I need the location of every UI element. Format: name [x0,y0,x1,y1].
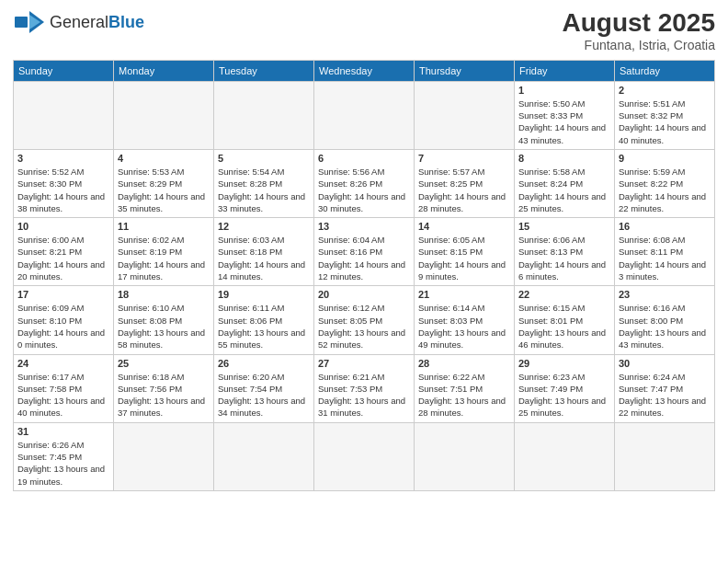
day-info: Sunrise: 6:05 AMSunset: 8:15 PMDaylight:… [418,234,510,282]
day-info: Sunrise: 6:23 AMSunset: 7:49 PMDaylight:… [518,371,610,419]
day-number: 27 [318,358,410,369]
calendar-cell: 24Sunrise: 6:17 AMSunset: 7:58 PMDayligh… [14,354,114,422]
calendar-cell [114,81,214,149]
day-info: Sunrise: 6:15 AMSunset: 8:01 PMDaylight:… [518,302,610,350]
calendar-cell: 8Sunrise: 5:58 AMSunset: 8:24 PMDaylight… [515,149,615,217]
day-info: Sunrise: 5:56 AMSunset: 8:26 PMDaylight:… [318,166,410,214]
day-info: Sunrise: 6:12 AMSunset: 8:05 PMDaylight:… [318,302,410,350]
day-info: Sunrise: 6:16 AMSunset: 8:00 PMDaylight:… [619,302,711,350]
day-header-saturday: Saturday [615,60,715,81]
calendar-cell [114,422,214,490]
day-number: 23 [619,289,711,300]
day-number: 14 [418,221,510,232]
day-number: 11 [118,221,210,232]
day-info: Sunrise: 6:06 AMSunset: 8:13 PMDaylight:… [518,234,610,282]
calendar-cell: 31Sunrise: 6:26 AMSunset: 7:45 PMDayligh… [14,422,114,490]
day-number: 5 [218,153,310,164]
calendar-cell: 6Sunrise: 5:56 AMSunset: 8:26 PMDaylight… [314,149,415,217]
logo-blue: Blue [108,13,144,31]
day-info: Sunrise: 5:54 AMSunset: 8:28 PMDaylight:… [218,166,310,214]
day-header-tuesday: Tuesday [214,60,314,81]
day-info: Sunrise: 5:57 AMSunset: 8:25 PMDaylight:… [418,166,510,214]
calendar-week-row: 1Sunrise: 5:50 AMSunset: 8:33 PMDaylight… [14,81,715,149]
day-number: 9 [619,153,711,164]
calendar-cell [214,81,314,149]
day-number: 7 [418,153,510,164]
calendar-cell: 2Sunrise: 5:51 AMSunset: 8:32 PMDaylight… [615,81,715,149]
day-info: Sunrise: 6:02 AMSunset: 8:19 PMDaylight:… [118,234,210,282]
day-info: Sunrise: 5:50 AMSunset: 8:33 PMDaylight:… [518,98,610,146]
day-info: Sunrise: 6:10 AMSunset: 8:08 PMDaylight:… [118,302,210,350]
calendar-cell [14,81,114,149]
svg-rect-2 [15,17,28,28]
day-number: 4 [118,153,210,164]
calendar-cell: 5Sunrise: 5:54 AMSunset: 8:28 PMDaylight… [214,149,314,217]
day-info: Sunrise: 6:00 AMSunset: 8:21 PMDaylight:… [17,234,109,282]
calendar-week-row: 31Sunrise: 6:26 AMSunset: 7:45 PMDayligh… [14,422,715,490]
day-info: Sunrise: 6:21 AMSunset: 7:53 PMDaylight:… [318,371,410,419]
day-number: 18 [118,289,210,300]
calendar-cell: 16Sunrise: 6:08 AMSunset: 8:11 PMDayligh… [615,218,715,286]
day-number: 15 [518,221,610,232]
day-number: 20 [318,289,410,300]
calendar-cell: 9Sunrise: 5:59 AMSunset: 8:22 PMDaylight… [615,149,715,217]
calendar-cell: 10Sunrise: 6:00 AMSunset: 8:21 PMDayligh… [14,218,114,286]
day-number: 2 [619,85,711,96]
calendar-cell: 15Sunrise: 6:06 AMSunset: 8:13 PMDayligh… [515,218,615,286]
calendar-week-row: 24Sunrise: 6:17 AMSunset: 7:58 PMDayligh… [14,354,715,422]
calendar-cell [515,422,615,490]
day-info: Sunrise: 6:26 AMSunset: 7:45 PMDaylight:… [17,439,109,488]
day-header-monday: Monday [114,60,214,81]
day-info: Sunrise: 6:11 AMSunset: 8:06 PMDaylight:… [218,302,310,350]
calendar-week-row: 10Sunrise: 6:00 AMSunset: 8:21 PMDayligh… [14,218,715,286]
calendar-header-row: SundayMondayTuesdayWednesdayThursdayFrid… [14,60,715,81]
calendar-cell: 17Sunrise: 6:09 AMSunset: 8:10 PMDayligh… [14,286,114,354]
logo-text: GeneralBlue [50,13,144,32]
calendar-cell: 11Sunrise: 6:02 AMSunset: 8:19 PMDayligh… [114,218,214,286]
calendar-cell: 27Sunrise: 6:21 AMSunset: 7:53 PMDayligh… [314,354,415,422]
day-header-sunday: Sunday [14,60,114,81]
calendar-cell: 29Sunrise: 6:23 AMSunset: 7:49 PMDayligh… [515,354,615,422]
day-info: Sunrise: 6:04 AMSunset: 8:16 PMDaylight:… [318,234,410,282]
day-number: 10 [17,221,109,232]
calendar-cell [314,422,415,490]
calendar-cell: 1Sunrise: 5:50 AMSunset: 8:33 PMDaylight… [515,81,615,149]
calendar-cell: 18Sunrise: 6:10 AMSunset: 8:08 PMDayligh… [114,286,214,354]
calendar-cell: 4Sunrise: 5:53 AMSunset: 8:29 PMDaylight… [114,149,214,217]
calendar-cell: 28Sunrise: 6:22 AMSunset: 7:51 PMDayligh… [415,354,515,422]
calendar-cell: 23Sunrise: 6:16 AMSunset: 8:00 PMDayligh… [615,286,715,354]
day-number: 6 [318,153,410,164]
day-number: 30 [619,358,711,369]
day-info: Sunrise: 6:24 AMSunset: 7:47 PMDaylight:… [619,371,711,419]
calendar-cell: 7Sunrise: 5:57 AMSunset: 8:25 PMDaylight… [415,149,515,217]
calendar-week-row: 3Sunrise: 5:52 AMSunset: 8:30 PMDaylight… [14,149,715,217]
day-header-wednesday: Wednesday [314,60,415,81]
day-number: 17 [17,289,109,300]
calendar-cell: 25Sunrise: 6:18 AMSunset: 7:56 PMDayligh… [114,354,214,422]
day-number: 13 [318,221,410,232]
day-number: 22 [518,289,610,300]
calendar-cell: 21Sunrise: 6:14 AMSunset: 8:03 PMDayligh… [415,286,515,354]
calendar-cell [314,81,415,149]
calendar-cell [615,422,715,490]
logo-icon [13,9,46,35]
calendar-week-row: 17Sunrise: 6:09 AMSunset: 8:10 PMDayligh… [14,286,715,354]
day-number: 19 [218,289,310,300]
day-info: Sunrise: 6:17 AMSunset: 7:58 PMDaylight:… [17,371,109,419]
calendar-cell: 22Sunrise: 6:15 AMSunset: 8:01 PMDayligh… [515,286,615,354]
day-header-friday: Friday [515,60,615,81]
day-number: 31 [17,426,109,437]
day-number: 24 [17,358,109,369]
day-number: 29 [518,358,610,369]
day-info: Sunrise: 5:53 AMSunset: 8:29 PMDaylight:… [118,166,210,214]
logo: GeneralBlue [13,9,144,35]
calendar-table: SundayMondayTuesdayWednesdayThursdayFrid… [13,60,715,491]
day-number: 25 [118,358,210,369]
calendar-cell: 19Sunrise: 6:11 AMSunset: 8:06 PMDayligh… [214,286,314,354]
logo-general: General [50,13,108,31]
calendar-title: August 2025 [563,9,716,38]
day-number: 12 [218,221,310,232]
day-info: Sunrise: 5:59 AMSunset: 8:22 PMDaylight:… [619,166,711,214]
header: GeneralBlue August 2025 Funtana, Istria,… [13,9,715,52]
day-info: Sunrise: 6:14 AMSunset: 8:03 PMDaylight:… [418,302,510,350]
